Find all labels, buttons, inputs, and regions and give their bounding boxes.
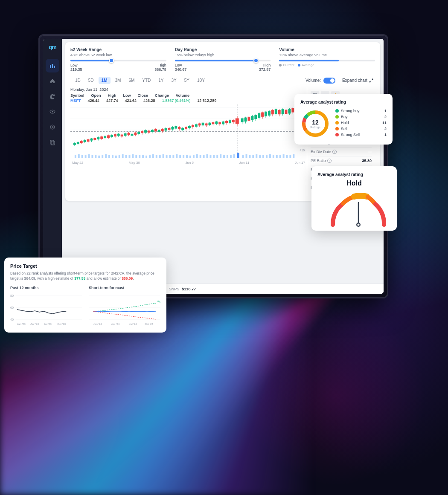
svg-rect-59 [137,132,140,134]
pt-forecast-section: Short-term forecast High: [89,286,160,327]
volume-track [279,60,375,61]
svg-rect-127 [254,115,257,119]
pt-charts-row: Past 12 months 80 60 40 Jan [10,286,160,327]
stat-peratio-info[interactable]: i [327,159,332,163]
svg-rect-129 [258,113,260,118]
x-label-may22: May 22 [72,161,83,165]
volume-average-legend: Average [298,63,314,67]
svg-rect-164 [122,154,124,158]
time-btn-1y[interactable]: 1Y [155,77,166,84]
svg-text:Apr '24: Apr '24 [111,322,120,325]
time-btn-3y[interactable]: 3Y [169,77,180,84]
sidebar-icon-sync[interactable] [46,120,59,134]
svg-rect-186 [196,154,198,158]
svg-rect-156 [95,155,96,158]
week-range-thumb [109,58,114,63]
svg-rect-211 [283,154,285,158]
ticker-symbol-snps: SNPS [169,287,180,291]
svg-rect-131 [261,113,264,117]
svg-rect-167 [132,154,134,158]
app-logo: qm [49,44,56,50]
volume-average-label: Average [302,63,314,67]
svg-rect-180 [176,154,177,158]
time-btn-6m[interactable]: 6M [125,77,137,84]
time-btn-1d[interactable]: 1D [72,77,84,84]
legend-dot-sell [335,127,339,130]
svg-rect-29 [87,139,90,142]
svg-rect-187 [200,155,201,158]
svg-rect-139 [275,109,277,114]
svg-text:410: 410 [300,149,305,152]
svg-rect-190 [209,155,211,158]
col-volume: Volume [176,93,189,98]
sidebar-icon-copy[interactable] [46,136,59,149]
time-btn-1m[interactable]: 1M [99,77,111,84]
volume-current-dot [279,64,282,67]
donut-chart: 12 Ratings [300,109,330,139]
expand-chart-btn[interactable]: Expand chart [342,78,373,83]
day-range-thumb [253,58,259,63]
chart-x-labels: May 22 May 30 Jun 5 Jun 11 Jun 17 [70,161,307,165]
legend-label-buy: Buy [341,115,348,119]
sidebar-icon-refresh[interactable] [46,90,59,103]
svg-rect-69 [154,129,157,131]
svg-text:40: 40 [10,318,14,321]
analyst-card-donut: Average analyst rating [294,94,393,145]
svg-rect-177 [166,155,168,158]
svg-rect-0 [50,65,51,68]
sidebar: qm [43,39,62,294]
svg-rect-170 [142,155,144,158]
svg-rect-99 [205,124,208,126]
time-btn-ytd[interactable]: YTD [139,77,154,84]
ticker-item-snps: SNPS $118.77 [169,287,196,291]
stat-exdivdate-info[interactable]: i [332,150,337,154]
time-selector: 1D 5D 1M 3M 6M YTD 1Y 3Y 5Y 10Y Volume: [70,77,375,84]
svg-rect-2 [54,66,55,68]
svg-rect-166 [129,155,131,158]
x-label-may30: May 30 [129,161,140,165]
row-close: 426.28 [143,98,155,103]
svg-rect-196 [230,155,232,158]
week-range-track [70,60,166,61]
col-high: High [108,93,116,98]
x-label-jun11: Jun 11 [239,161,249,165]
week-high-label: High [158,63,166,67]
svg-rect-155 [91,155,93,158]
pt-low: $56.09 [122,276,133,281]
x-label-jun5: Jun 5 [185,161,194,165]
svg-rect-195 [227,155,228,158]
svg-rect-201 [249,155,250,158]
week-high-value: 366.78 [154,67,166,72]
day-high-label: High [263,63,271,67]
time-btn-5d[interactable]: 5D [85,77,97,84]
time-btn-10y[interactable]: 10Y [194,77,208,84]
svg-rect-105 [215,122,218,124]
col-low: Low [123,93,131,98]
expand-label: Expand chart [342,78,367,83]
svg-text:Oct '23: Oct '23 [57,322,66,325]
svg-rect-41 [107,135,110,138]
sidebar-icon-eye[interactable] [46,105,59,119]
svg-rect-23 [77,142,79,144]
ticker-price-snps: $118.77 [182,287,196,291]
col-symbol: Symbol [70,93,84,98]
svg-rect-1 [52,64,53,68]
col-change: Change [155,93,169,98]
svg-rect-87 [185,127,187,129]
week-range-sublabel: 43% above 52 week low [70,53,166,57]
week-range-numbers: 219.35 366.78 [70,67,166,72]
volume-toggle-switch[interactable] [323,78,335,84]
volume-current-label: Current [283,63,294,67]
svg-rect-57 [134,133,137,135]
donut-center: 12 Ratings [300,109,330,139]
sidebar-icon-chart[interactable] [46,59,59,72]
time-btn-5y[interactable]: 5Y [181,77,192,84]
time-btn-3m[interactable]: 3M [112,77,124,84]
svg-rect-147 [288,109,291,113]
svg-rect-65 [148,130,150,133]
col-open: Open [91,93,101,98]
sidebar-icon-home[interactable] [46,74,59,88]
svg-text:60: 60 [10,306,14,310]
volume-fill [279,60,338,61]
pt-past-svg: 80 60 40 Jan '23 Apr '23 Jul '23 Oct [10,292,82,327]
